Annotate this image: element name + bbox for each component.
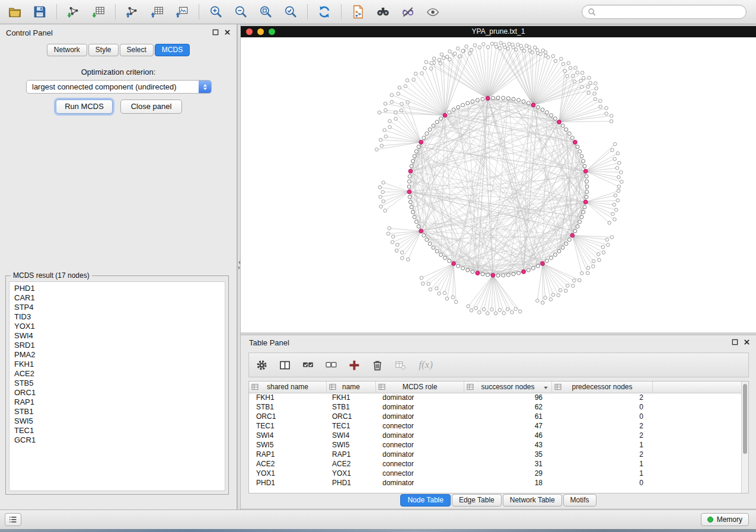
table-row[interactable]: YOX1YOX1connector291 — [249, 469, 741, 478]
save-session-icon — [33, 5, 47, 19]
run-mcds-button[interactable]: Run MCDS — [56, 100, 113, 114]
uncheck-all-button[interactable] — [322, 356, 340, 374]
window-close-light[interactable] — [246, 28, 253, 35]
column-header-MCDS-role[interactable]: MCDS role — [376, 382, 464, 393]
table-cell: PHD1 — [249, 478, 327, 488]
zoom-in-button[interactable] — [205, 2, 227, 21]
columns-button[interactable] — [276, 356, 294, 374]
add-row-button[interactable] — [345, 356, 363, 374]
mcds-result-item[interactable]: CAR1 — [9, 293, 225, 303]
export-image-button[interactable] — [171, 2, 193, 21]
tab-mcds[interactable]: MCDS — [155, 44, 190, 56]
tab-motifs[interactable]: Motifs — [563, 494, 596, 507]
table-scrollbar[interactable] — [741, 382, 748, 493]
mcds-result-item[interactable]: YOX1 — [9, 322, 225, 331]
refresh-layout-button[interactable] — [313, 2, 336, 21]
show-all-button[interactable] — [422, 2, 444, 21]
mcds-result-item[interactable]: SRD1 — [9, 341, 225, 350]
splitter-collapse-icon[interactable] — [238, 259, 240, 271]
tab-edge-table[interactable]: Edge Table — [452, 494, 502, 507]
panel-selector-button[interactable] — [5, 513, 21, 526]
clear-table-button[interactable] — [391, 356, 409, 374]
hide-selection-button[interactable] — [397, 2, 419, 21]
table-cell: STB1 — [327, 402, 376, 412]
mcds-result-item[interactable]: ORC1 — [9, 388, 225, 398]
zoom-selected-button[interactable] — [279, 2, 302, 21]
import-network-button[interactable] — [62, 2, 85, 21]
mcds-result-item[interactable]: SWI5 — [9, 416, 225, 426]
close-panel-button[interactable]: Close panel — [120, 100, 182, 114]
table-row[interactable]: ORC1ORC1dominator610 — [249, 412, 741, 421]
close-panel-icon[interactable] — [224, 29, 231, 36]
table-row[interactable]: TEC1TEC1connector472 — [249, 421, 741, 431]
network-canvas[interactable] — [241, 37, 756, 332]
table-row[interactable]: RAP1RAP1dominator352 — [249, 450, 741, 459]
mcds-result-list[interactable]: PHD1CAR1STP4TID3YOX1SWI4SRD1PMA2FKH1ACE2… — [9, 281, 225, 491]
table-cell: TEC1 — [249, 421, 327, 431]
open-folder-button[interactable] — [4, 2, 26, 21]
tab-node-table[interactable]: Node Table — [400, 494, 451, 507]
mcds-result-item[interactable]: FKH1 — [9, 360, 225, 369]
tab-network[interactable]: Network — [47, 44, 87, 56]
table-scrollbar-thumb[interactable] — [743, 384, 747, 454]
column-header-label: predecessor nodes — [552, 382, 652, 392]
zoom-fit-icon — [259, 5, 273, 19]
mcds-result-item[interactable]: TID3 — [9, 312, 225, 322]
table-cell: connector — [376, 440, 464, 450]
export-network-button[interactable] — [121, 2, 143, 21]
control-panel-tabs: NetworkStyleSelectMCDS — [0, 44, 237, 56]
import-table-button[interactable] — [87, 2, 110, 21]
table-row[interactable]: STB1STB1dominator620 — [249, 402, 741, 412]
search-icon — [587, 7, 596, 17]
mcds-result-item[interactable]: STB5 — [9, 379, 225, 388]
table-cell: FKH1 — [327, 393, 376, 402]
criterion-dropdown[interactable]: largest connected component (undirected) — [26, 80, 212, 94]
mcds-result-item[interactable]: TEC1 — [9, 426, 225, 435]
tab-select[interactable]: Select — [120, 44, 154, 56]
table-row[interactable]: PHD1PHD1dominator180 — [249, 478, 741, 488]
tab-network-table[interactable]: Network Table — [503, 494, 562, 507]
column-header-shared-name[interactable]: shared name — [249, 382, 327, 393]
float-panel-icon[interactable] — [212, 29, 219, 36]
table-cell: ACE2 — [327, 459, 376, 469]
function-builder-button[interactable]: f(x) — [414, 356, 437, 374]
check-all-button[interactable] — [299, 356, 317, 374]
zoom-out-button[interactable] — [229, 2, 252, 21]
gear-button[interactable] — [253, 356, 270, 374]
mcds-result-item[interactable]: SWI4 — [9, 331, 225, 341]
table-row[interactable]: FKH1FKH1dominator962 — [249, 393, 741, 402]
search-input[interactable] — [596, 5, 746, 18]
window-minimize-light[interactable] — [257, 28, 264, 35]
memory-button[interactable]: Memory — [701, 513, 749, 526]
column-header-predecessor-nodes[interactable]: predecessor nodes — [552, 382, 653, 393]
mcds-result-item[interactable]: PHD1 — [9, 284, 225, 293]
column-header-label: MCDS role — [376, 382, 464, 392]
table-row[interactable]: SWI5SWI5connector431 — [249, 440, 741, 450]
table-row[interactable]: ACE2ACE2connector311 — [249, 459, 741, 469]
column-header-successor-nodes[interactable]: successor nodes — [464, 382, 552, 393]
window-zoom-light[interactable] — [269, 28, 275, 35]
mcds-result-item[interactable]: RAP1 — [9, 398, 225, 407]
column-header-name[interactable]: name — [327, 382, 376, 393]
first-neighbors-button[interactable] — [372, 2, 394, 21]
zoom-fit-button[interactable] — [254, 2, 277, 21]
table-cell: RAP1 — [327, 450, 376, 459]
mcds-result-item[interactable]: ACE2 — [9, 369, 225, 379]
mcds-result-item[interactable]: STP4 — [9, 303, 225, 312]
search-box[interactable] — [582, 5, 747, 19]
delete-row-button[interactable] — [368, 356, 386, 374]
mcds-result-item[interactable]: GCR1 — [9, 435, 225, 445]
save-session-button[interactable] — [28, 2, 51, 21]
mcds-result-item[interactable]: STB1 — [9, 407, 225, 416]
network-graph[interactable] — [241, 37, 756, 332]
table-cell: 35 — [464, 450, 552, 459]
tab-style[interactable]: Style — [88, 44, 119, 56]
network-document-button[interactable] — [347, 2, 369, 21]
sort-chevron-icon — [543, 385, 548, 390]
export-table-button[interactable] — [146, 2, 168, 21]
network-window-titlebar[interactable]: YPA_prune.txt_1 — [241, 26, 756, 37]
float-table-panel-icon[interactable] — [732, 339, 738, 345]
mcds-result-item[interactable]: PMA2 — [9, 350, 225, 360]
close-table-panel-icon[interactable] — [744, 339, 750, 345]
table-row[interactable]: SWI4SWI4dominator462 — [249, 431, 741, 440]
